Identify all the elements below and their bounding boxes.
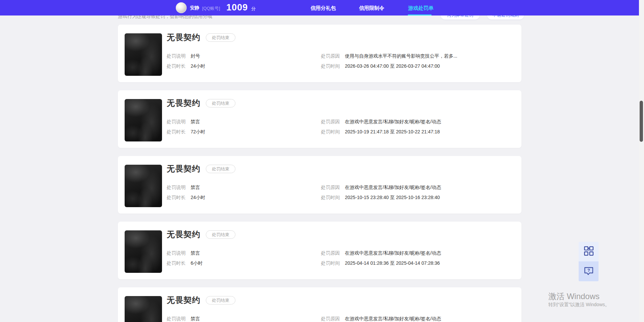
status-badge: 处罚结束: [206, 99, 235, 107]
game-thumbnail: [125, 230, 162, 273]
punishment-time-label: 处罚时间: [321, 63, 340, 69]
svg-text:?: ?: [587, 267, 590, 272]
punishment-time-value: 2025-10-15 23:28:40 至 2025-10-16 23:28:4…: [345, 195, 440, 201]
help-button[interactable]: ?: [579, 261, 599, 281]
punishment-reason-label: 处罚原因: [321, 119, 340, 125]
windows-activation-watermark: 激活 Windows: [548, 291, 600, 302]
game-title: 无畏契约: [167, 32, 200, 43]
punishment-time-label: 处罚时间: [321, 129, 340, 135]
punishment-duration-value: 24小时: [191, 195, 205, 201]
punishment-desc-value: 禁言: [191, 316, 200, 322]
punishment-desc-value: 禁言: [191, 119, 200, 125]
punishment-reason-value: 在游戏中恶意发言/私聊/加好友/昵称/签名/动态: [345, 185, 441, 191]
punishment-reason-value: 在游戏中恶意发言/私聊/加好友/昵称/签名/动态: [345, 119, 441, 125]
punishment-card: 无畏契约 处罚结束 处罚说明 禁言 处罚时长 处罚原因 在游戏中恶意发言/私聊/…: [118, 287, 521, 322]
punishment-time-value: 2025-10-19 21:47:18 至 2025-10-22 21:47:1…: [345, 129, 440, 135]
punishment-duration-label: 处罚时长: [167, 63, 186, 69]
status-badge: 处罚结束: [206, 296, 235, 304]
punishment-reason-value: 使用与自身游戏水平不符的账号影响竞技公平，若多...: [345, 53, 457, 59]
credit-score-unit: 分: [251, 6, 256, 12]
scrollbar-thumb[interactable]: [640, 101, 643, 142]
punishment-reason-label: 处罚原因: [321, 185, 340, 191]
game-thumbnail: [125, 296, 162, 322]
punishment-duration-label: 处罚时长: [167, 195, 186, 201]
game-thumbnail: [125, 99, 162, 141]
qr-code-icon: [584, 246, 594, 257]
nav-item-credit-gift[interactable]: 信用分礼包: [311, 5, 336, 11]
punishment-reason-label: 处罚原因: [321, 53, 340, 59]
question-bubble-icon: ?: [584, 266, 594, 277]
user-name: 安静: [190, 5, 199, 11]
punishment-time-label: 处罚时间: [321, 260, 340, 266]
status-badge: 处罚结束: [206, 230, 235, 239]
avatar: [176, 2, 187, 13]
punishment-duration-label: 处罚时长: [167, 129, 186, 135]
header: 安静 [QQ账号] 1009 分 信用分礼包 信用限制令 游戏处罚单: [0, 0, 644, 15]
punishment-duration-value: 6小时: [191, 260, 203, 266]
punishment-desc-value: 禁言: [191, 185, 200, 191]
punishment-time-value: 2026-03-26 04:47:00 至 2026-03-27 04:47:0…: [345, 63, 440, 69]
punishment-card: 无畏契约 处罚结束 处罚说明 禁言 处罚时长 72小时 处罚原因 在游戏中恶意发…: [118, 90, 521, 148]
punishment-desc-label: 处罚说明: [167, 53, 186, 59]
punishment-reason-label: 处罚原因: [321, 316, 340, 322]
punishment-card: 无畏契约 处罚结束 处罚说明 封号 处罚时长 24小时 处罚原因 使用与自身游戏…: [118, 25, 521, 82]
qr-code-button[interactable]: [579, 242, 599, 261]
punishment-duration-value: 24小时: [191, 63, 205, 69]
punishment-reason-value: 在游戏中恶意发言/私聊/加好友/昵称/签名/动态: [345, 250, 441, 256]
punishment-card-list: 无畏契约 处罚结束 处罚说明 封号 处罚时长 24小时 处罚原因 使用与自身游戏…: [118, 25, 521, 322]
punishment-desc-label: 处罚说明: [167, 316, 186, 322]
punishment-desc-label: 处罚说明: [167, 185, 186, 191]
status-badge: 处罚结束: [206, 33, 235, 42]
nav-item-game-punishment[interactable]: 游戏处罚单: [408, 5, 433, 11]
punishment-desc-value: 封号: [191, 53, 200, 59]
game-thumbnail: [125, 33, 162, 76]
punishment-desc-value: 禁言: [191, 250, 200, 256]
status-badge: 处罚结束: [206, 165, 235, 173]
page: 游戏行为违规导致处罚，会影响您的信用分哦 何为异常处罚 申请处罚规则 无畏契约 …: [0, 0, 644, 322]
punishment-desc-label: 处罚说明: [167, 250, 186, 256]
punishment-card: 无畏契约 处罚结束 处罚说明 禁言 处罚时长 6小时 处罚原因 在游戏中恶意发言…: [118, 222, 521, 279]
account-type-label: [QQ账号]: [202, 5, 220, 11]
punishment-duration-value: 72小时: [191, 129, 205, 135]
vertical-scrollbar[interactable]: [639, 0, 644, 322]
nav-item-credit-restriction[interactable]: 信用限制令: [359, 5, 384, 11]
game-title: 无畏契约: [167, 98, 200, 108]
punishment-duration-label: 处罚时长: [167, 260, 186, 266]
credit-score: 1009: [226, 2, 248, 13]
windows-activation-hint: 转到“设置”以激活 Windows。: [548, 302, 610, 308]
punishment-time-value: 2025-04-14 01:28:36 至 2025-04-14 07:28:3…: [345, 260, 440, 266]
game-title: 无畏契约: [167, 163, 200, 174]
game-thumbnail: [125, 165, 162, 207]
punishment-reason-label: 处罚原因: [321, 250, 340, 256]
punishment-desc-label: 处罚说明: [167, 119, 186, 125]
punishment-card: 无畏契约 处罚结束 处罚说明 禁言 处罚时长 24小时 处罚原因 在游戏中恶意发…: [118, 156, 521, 214]
game-title: 无畏契约: [167, 295, 200, 305]
punishment-time-label: 处罚时间: [321, 195, 340, 201]
punishment-reason-value: 在游戏中恶意发言/私聊/加好友/昵称/签名/动态: [345, 316, 441, 322]
game-title: 无畏契约: [167, 229, 200, 240]
active-tab-underline: [408, 14, 431, 15]
